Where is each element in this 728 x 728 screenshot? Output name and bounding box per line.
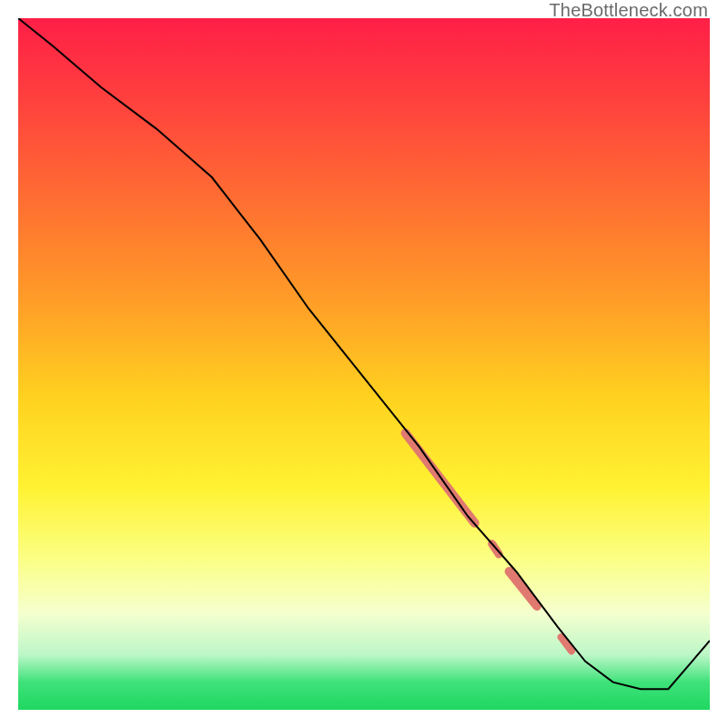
highlight-dot-2: [561, 637, 571, 651]
chart-overlay: [18, 18, 710, 710]
highlight-band-2: [510, 571, 537, 606]
plot-area: [18, 18, 710, 710]
main-curve: [18, 18, 710, 689]
highlight-layer: [406, 433, 571, 651]
chart-frame: TheBottleneck.com: [0, 0, 728, 728]
